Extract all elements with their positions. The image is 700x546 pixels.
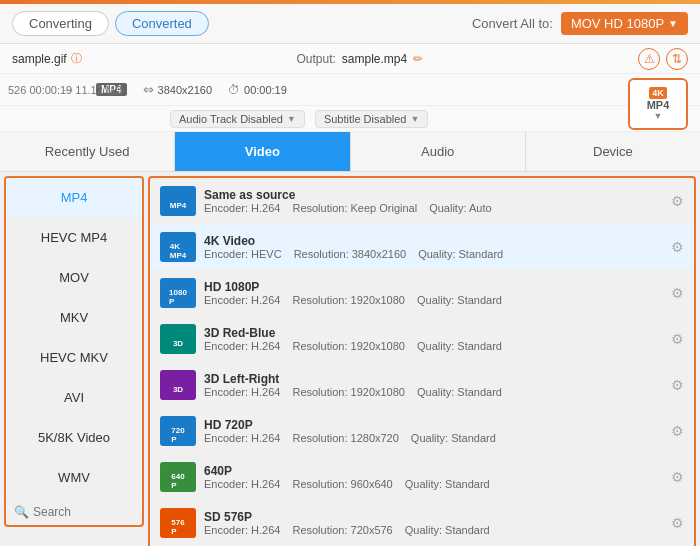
preview-format-btn[interactable]: 4K MP4 ▼ (628, 78, 688, 130)
format-name: 4K Video (204, 234, 667, 248)
format-name: HD 720P (204, 418, 667, 432)
gear-icon[interactable]: ⚙ (671, 239, 684, 255)
encoder-label: Encoder: H.264 (204, 432, 280, 444)
tab-audio[interactable]: Audio (351, 132, 526, 171)
settings-icon-btn[interactable]: ⇅ (666, 48, 688, 70)
sidebar-item-mp4[interactable]: MP4 (6, 178, 142, 218)
sidebar-item-mov[interactable]: MOV (6, 258, 142, 298)
edit-icon[interactable]: ✏ (413, 52, 423, 66)
format-icon: 4K MP4 (160, 232, 196, 262)
gear-icon[interactable]: ⚙ (671, 193, 684, 209)
media-bar: 526 00:00:19 11.12 MB → MP4 ⇔ 3840x2160 … (0, 74, 700, 106)
preview-chevron-icon: ▼ (654, 111, 663, 121)
file-name-section: sample.gif ⓘ (12, 51, 82, 66)
tab-recently-used[interactable]: Recently Used (0, 132, 175, 171)
left-panel: MP4 HEVC MP4 MOV MKV HEVC MKV AVI 5K/8K … (0, 172, 148, 546)
gear-icon[interactable]: ⚙ (671, 285, 684, 301)
encoder-label: Encoder: H.264 (204, 294, 280, 306)
resolution-label: Resolution: 960x640 (292, 478, 392, 490)
format-row[interactable]: 640 P 640P Encoder: H.264 Resolution: 96… (150, 454, 694, 500)
audio-track-label: Audio Track Disabled (179, 113, 283, 125)
resolution-label: Resolution: 1920x1080 (292, 386, 405, 398)
sidebar-item-avi[interactable]: AVI (6, 378, 142, 418)
encoder-label: Encoder: H.264 (204, 478, 280, 490)
resolution-label: Resolution: Keep Original (292, 202, 417, 214)
convert-all-label: Convert All to: (472, 16, 553, 31)
format-icon: 3D (160, 324, 196, 354)
gear-icon[interactable]: ⚙ (671, 331, 684, 347)
sidebar-item-hevc-mp4[interactable]: HEVC MP4 (6, 218, 142, 258)
file-name-label: sample.gif (12, 52, 67, 66)
tab-video[interactable]: Video (175, 132, 350, 171)
format-row[interactable]: 720 P HD 720P Encoder: H.264 Resolution:… (150, 408, 694, 454)
sidebar-item-wmv[interactable]: WMV (6, 458, 142, 498)
encoder-label: Encoder: H.264 (204, 386, 280, 398)
format-details: 3D Red-Blue Encoder: H.264 Resolution: 1… (204, 326, 667, 352)
format-row[interactable]: 1080 P HD 1080P Encoder: H.264 Resolutio… (150, 270, 694, 316)
subtitle-chevron-icon: ▼ (410, 114, 419, 124)
sidebar-item-mkv[interactable]: MKV (6, 298, 142, 338)
resolution-item: ⇔ 3840x2160 (143, 82, 212, 97)
format-name: SD 576P (204, 510, 667, 524)
gear-icon[interactable]: ⚙ (671, 423, 684, 439)
encoder-label: Encoder: H.264 (204, 340, 280, 352)
quality-label: Quality: Standard (405, 524, 490, 536)
quality-label: Quality: Standard (405, 478, 490, 490)
quality-label: Quality: Standard (417, 386, 502, 398)
subtitle-label: Subtitle Disabled (324, 113, 407, 125)
format-select-btn[interactable]: MOV HD 1080P ▼ (561, 12, 688, 35)
warning-icon-btn[interactable]: ⚠ (638, 48, 660, 70)
action-icon-group: ⚠ ⇅ (638, 48, 688, 70)
format-details: 4K Video Encoder: HEVC Resolution: 3840x… (204, 234, 667, 260)
resolution-label: Resolution: 3840x2160 (294, 248, 407, 260)
track-bar: Audio Track Disabled ▼ Subtitle Disabled… (0, 106, 700, 132)
format-details: Same as source Encoder: H.264 Resolution… (204, 188, 667, 214)
resolution-value: 3840x2160 (158, 84, 212, 96)
format-details: 3D Left-Right Encoder: H.264 Resolution:… (204, 372, 667, 398)
sidebar-item-5k8k[interactable]: 5K/8K Video (6, 418, 142, 458)
format-details: HD 1080P Encoder: H.264 Resolution: 1920… (204, 280, 667, 306)
main-content: MP4 HEVC MP4 MOV MKV HEVC MKV AVI 5K/8K … (0, 172, 700, 546)
encoder-label: Encoder: H.264 (204, 202, 280, 214)
format-meta: Encoder: H.264 Resolution: 720x576 Quali… (204, 524, 667, 536)
sidebar-item-hevc-mkv[interactable]: HEVC MKV (6, 338, 142, 378)
format-row[interactable]: 3D 3D Red-Blue Encoder: H.264 Resolution… (150, 316, 694, 362)
sidebar: MP4 HEVC MP4 MOV MKV HEVC MKV AVI 5K/8K … (4, 176, 144, 527)
tab-group: Converting Converted (12, 11, 209, 36)
search-icon: 🔍 (14, 505, 29, 519)
format-row[interactable]: 4K MP4 4K Video Encoder: HEVC Resolution… (150, 224, 694, 270)
resolution-label: Resolution: 720x576 (292, 524, 392, 536)
subtitle-dropdown[interactable]: Subtitle Disabled ▼ (315, 110, 428, 128)
format-icon: MP4 (160, 186, 196, 216)
preview-format-label: MP4 (647, 99, 670, 111)
converting-tab[interactable]: Converting (12, 11, 109, 36)
format-name: 640P (204, 464, 667, 478)
info-icon[interactable]: ⓘ (71, 51, 82, 66)
format-row[interactable]: 576 P SD 576P Encoder: H.264 Resolution:… (150, 500, 694, 546)
format-icon: 1080 P (160, 278, 196, 308)
converted-tab[interactable]: Converted (115, 11, 209, 36)
gear-icon[interactable]: ⚙ (671, 469, 684, 485)
format-details: HD 720P Encoder: H.264 Resolution: 1280x… (204, 418, 667, 444)
resolution-label: Resolution: 1280x720 (292, 432, 398, 444)
audio-track-dropdown[interactable]: Audio Track Disabled ▼ (170, 110, 305, 128)
format-row[interactable]: 3D 3D Left-Right Encoder: H.264 Resoluti… (150, 362, 694, 408)
output-section: Output: sample.mp4 ✏ (296, 52, 423, 66)
quality-label: Quality: Standard (411, 432, 496, 444)
chevron-down-icon: ▼ (668, 18, 678, 29)
file-bar: sample.gif ⓘ Output: sample.mp4 ✏ ⚠ ⇅ (0, 44, 700, 74)
format-row[interactable]: MP4 Same as source Encoder: H.264 Resolu… (150, 178, 694, 224)
format-name: Same as source (204, 188, 667, 202)
resolution-label: Resolution: 1920x1080 (292, 294, 405, 306)
tabs-bar: Recently Used Video Audio Device (0, 132, 700, 172)
gear-icon[interactable]: ⚙ (671, 377, 684, 393)
search-input[interactable] (33, 505, 134, 519)
clock-icon: ⏱ (228, 83, 240, 97)
format-details: SD 576P Encoder: H.264 Resolution: 720x5… (204, 510, 667, 536)
format-name: 3D Red-Blue (204, 326, 667, 340)
tab-device[interactable]: Device (526, 132, 700, 171)
gear-icon[interactable]: ⚙ (671, 515, 684, 531)
format-name: 3D Left-Right (204, 372, 667, 386)
format-details: 640P Encoder: H.264 Resolution: 960x640 … (204, 464, 667, 490)
quality-label: Quality: Standard (418, 248, 503, 260)
